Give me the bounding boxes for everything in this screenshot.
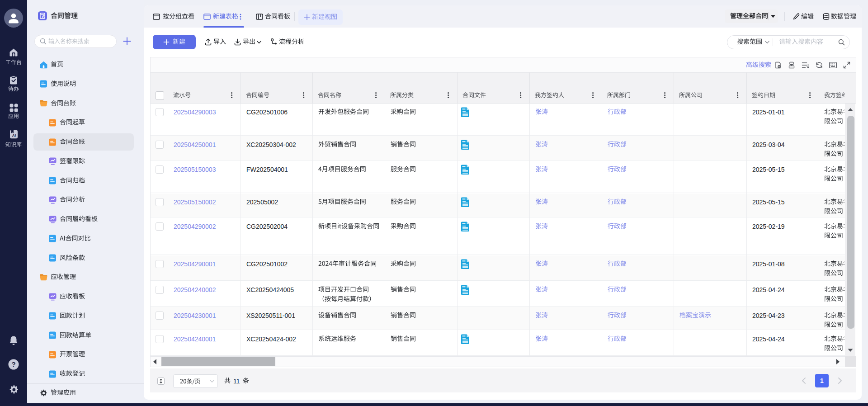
svg-text:?: ? (11, 360, 15, 368)
svg-text:AI: AI (12, 133, 16, 138)
